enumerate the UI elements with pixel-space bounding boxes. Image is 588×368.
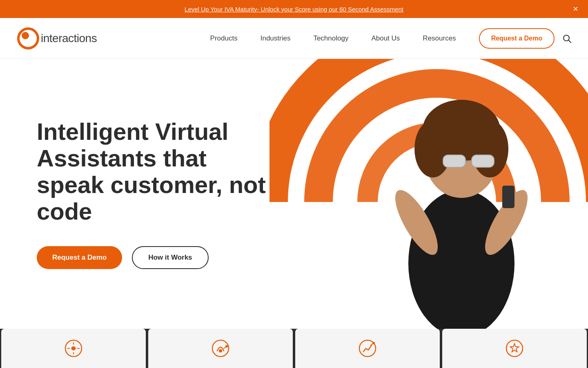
svg-point-23 xyxy=(372,342,375,344)
feature-item-2[interactable] xyxy=(148,329,293,368)
logo-icon xyxy=(16,27,40,50)
nav-item-industries[interactable]: Industries xyxy=(249,34,302,43)
hero-content: Intelligent Virtual Assistants that spea… xyxy=(0,86,278,302)
nav-item-technology[interactable]: Technology xyxy=(302,34,360,43)
feature-item-4[interactable] xyxy=(442,329,587,368)
banner-close-button[interactable]: × xyxy=(573,4,578,13)
feature-item-1[interactable] xyxy=(1,329,146,368)
hero-image-area xyxy=(302,59,588,329)
svg-rect-11 xyxy=(443,155,466,167)
hero-person xyxy=(376,67,547,329)
navbar: interactions Products Industries Technol… xyxy=(0,18,588,59)
hero-headline: Intelligent Virtual Assistants that spea… xyxy=(37,119,278,225)
nav-item-resources[interactable]: Resources xyxy=(411,34,467,43)
search-icon xyxy=(562,34,572,43)
logo-text: interactions xyxy=(41,32,97,45)
feature-icon-4 xyxy=(505,339,524,358)
hero-section: Intelligent Virtual Assistants that spea… xyxy=(0,59,588,329)
how-it-works-button[interactable]: How it Works xyxy=(132,246,208,269)
feature-icon-1 xyxy=(64,339,83,358)
svg-point-0 xyxy=(18,29,38,48)
svg-point-21 xyxy=(225,345,228,348)
nav-item-about-us[interactable]: About Us xyxy=(360,34,411,43)
feature-icon-3 xyxy=(358,339,377,358)
logo[interactable]: interactions xyxy=(16,27,97,50)
svg-point-4 xyxy=(408,190,514,329)
nav-item-products[interactable]: Products xyxy=(199,34,249,43)
feature-icon-2 xyxy=(211,339,230,358)
svg-point-1 xyxy=(22,32,29,39)
svg-line-3 xyxy=(569,40,571,43)
svg-point-19 xyxy=(212,340,229,357)
svg-point-20 xyxy=(219,349,222,352)
svg-point-24 xyxy=(506,340,523,357)
hero-buttons: Request a Demo How it Works xyxy=(37,246,278,269)
search-button[interactable] xyxy=(562,34,572,43)
svg-point-9 xyxy=(423,108,463,153)
svg-point-10 xyxy=(459,108,500,153)
feature-item-3[interactable] xyxy=(295,329,440,368)
nav-links: Products Industries Technology About Us … xyxy=(199,34,468,43)
request-demo-hero-button[interactable]: Request a Demo xyxy=(37,246,122,269)
svg-rect-12 xyxy=(472,155,494,167)
top-banner: Level Up Your IVA Maturity- Unlock your … xyxy=(0,0,588,18)
banner-link[interactable]: Level Up Your IVA Maturity- Unlock your … xyxy=(185,6,403,13)
svg-point-18 xyxy=(71,346,76,350)
svg-rect-16 xyxy=(502,186,514,208)
request-demo-nav-button[interactable]: Request a Demo xyxy=(479,28,555,49)
feature-bar xyxy=(0,329,588,368)
